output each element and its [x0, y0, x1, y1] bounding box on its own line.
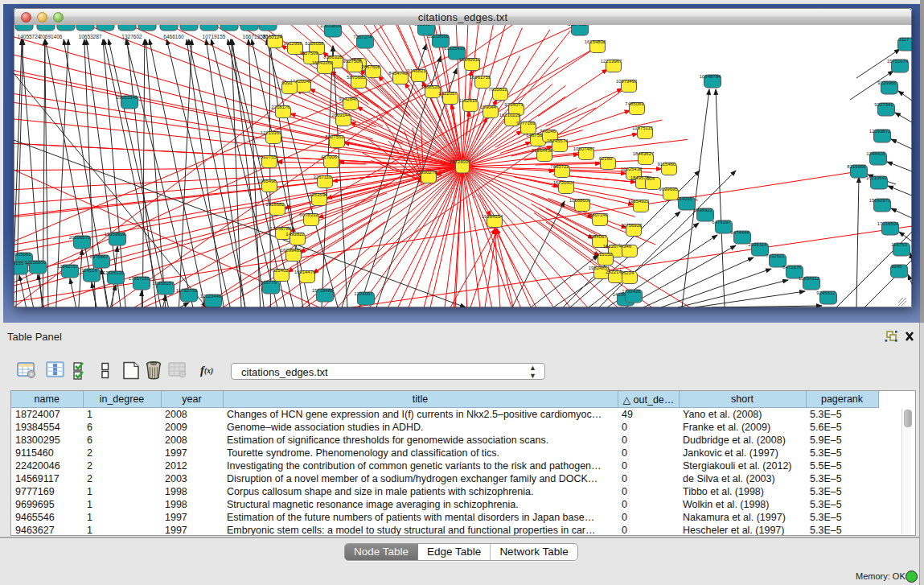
- svg-text:17016504: 17016504: [877, 221, 899, 226]
- svg-text:9146821: 9146821: [407, 68, 426, 73]
- svg-text:8938923: 8938923: [693, 208, 713, 212]
- svg-text:5226058: 5226058: [305, 41, 324, 46]
- svg-text:8160124: 8160124: [263, 35, 282, 39]
- svg-text:164095: 164095: [676, 196, 693, 201]
- svg-text:1588520: 1588520: [421, 84, 440, 89]
- svg-text:8678332: 8678332: [299, 212, 318, 217]
- svg-text:12156859: 12156859: [25, 260, 47, 265]
- svg-text:19384554: 19384554: [482, 214, 503, 219]
- svg-text:10688609: 10688609: [569, 198, 591, 203]
- svg-text:1327602: 1327602: [121, 34, 142, 39]
- svg-text:5915061: 5915061: [14, 252, 31, 257]
- svg-text:10973493: 10973493: [616, 79, 638, 84]
- svg-text:6479197: 6479197: [712, 220, 731, 225]
- svg-text:1965498: 1965498: [257, 179, 277, 183]
- svg-text:10507487: 10507487: [573, 146, 595, 151]
- svg-text:1733426: 1733426: [622, 289, 641, 294]
- svg-text:199044: 199044: [480, 105, 497, 109]
- svg-text:114519: 114519: [81, 268, 97, 273]
- svg-text:9227341: 9227341: [874, 102, 893, 107]
- svg-text:8186328: 8186328: [323, 55, 343, 60]
- svg-text:8813054: 8813054: [414, 25, 433, 27]
- svg-text:12359924: 12359924: [105, 232, 126, 237]
- svg-text:6466160: 6466160: [163, 34, 184, 39]
- svg-text:5875685: 5875685: [347, 75, 366, 80]
- svg-text:62160: 62160: [599, 156, 613, 161]
- svg-text:9245: 9245: [891, 264, 902, 269]
- svg-text:19654923: 19654923: [628, 199, 650, 204]
- svg-text:15718485: 15718485: [312, 288, 334, 293]
- svg-text:10653287: 10653287: [79, 34, 102, 39]
- svg-text:9245612: 9245612: [816, 290, 836, 295]
- svg-text:20206575: 20206575: [69, 235, 91, 240]
- svg-text:25224: 25224: [621, 270, 634, 275]
- svg-text:9391: 9391: [281, 80, 293, 85]
- svg-text:20691406: 20691406: [39, 34, 63, 39]
- svg-text:14055724: 14055724: [18, 34, 41, 39]
- svg-text:12353594: 12353594: [306, 192, 328, 197]
- svg-text:18640910: 18640910: [459, 57, 481, 62]
- svg-text:9975867: 9975867: [89, 254, 109, 259]
- svg-text:8454749: 8454749: [388, 71, 408, 76]
- svg-text:18807249: 18807249: [587, 212, 609, 217]
- svg-text:18724007: 18724007: [450, 159, 471, 164]
- svg-text:12505135: 12505135: [103, 270, 125, 275]
- svg-text:7485063: 7485063: [625, 101, 644, 106]
- svg-text:12093872: 12093872: [869, 129, 891, 134]
- svg-text:16154808: 16154808: [585, 39, 606, 44]
- svg-text:2803144: 2803144: [331, 113, 351, 117]
- svg-text:(x): (x): [204, 367, 213, 376]
- svg-text:10756928: 10756928: [621, 223, 643, 228]
- svg-text:9329966: 9329966: [877, 80, 897, 85]
- svg-text:16782759: 16782759: [176, 288, 198, 293]
- svg-text:12213363: 12213363: [261, 130, 282, 135]
- svg-text:904: 904: [647, 176, 655, 181]
- svg-text:3267110: 3267110: [314, 175, 333, 179]
- svg-text:16210225: 16210225: [499, 113, 521, 117]
- svg-text:2087662: 2087662: [568, 25, 587, 27]
- svg-text:2935114: 2935114: [749, 242, 768, 247]
- svg-text:8471676: 8471676: [782, 265, 802, 270]
- svg-text:9384067: 9384067: [588, 234, 607, 239]
- svg-text:17957255: 17957255: [129, 276, 150, 281]
- svg-text:7863722: 7863722: [550, 164, 569, 169]
- svg-text:9777169: 9777169: [516, 121, 536, 126]
- svg-text:18463627: 18463627: [633, 151, 655, 156]
- svg-text:8427552: 8427552: [325, 134, 344, 139]
- svg-text:1610755: 1610755: [257, 154, 277, 159]
- svg-text:116753: 116753: [891, 242, 907, 247]
- svg-text:19218506: 19218506: [428, 34, 450, 39]
- svg-text:16543362: 16543362: [312, 60, 334, 65]
- svg-text:746246: 746246: [540, 129, 556, 134]
- svg-text:9699695: 9699695: [659, 187, 678, 192]
- svg-text:7625402: 7625402: [269, 268, 289, 273]
- svg-text:1493822: 1493822: [285, 232, 305, 237]
- svg-text:15300273: 15300273: [416, 170, 437, 175]
- svg-text:29053346: 29053346: [117, 95, 138, 100]
- svg-text:16210643: 16210643: [866, 175, 888, 180]
- svg-text:17046788: 17046788: [270, 226, 292, 231]
- svg-text:1916682: 1916682: [265, 202, 285, 207]
- svg-text:417006: 417006: [321, 154, 338, 159]
- svg-text:21364436: 21364436: [532, 148, 553, 153]
- svg-text:10654112: 10654112: [799, 276, 820, 281]
- svg-text:9474444: 9474444: [730, 230, 749, 235]
- svg-text:7955812: 7955812: [488, 87, 507, 92]
- svg-text:1327509: 1327509: [299, 51, 318, 56]
- svg-text:1224067: 1224067: [354, 291, 373, 296]
- svg-text:1322057: 1322057: [438, 91, 458, 96]
- svg-text:13958157: 13958157: [153, 281, 175, 286]
- svg-text:2718176: 2718176: [271, 105, 290, 109]
- svg-text:2867608: 2867608: [361, 64, 380, 69]
- svg-text:3912958: 3912958: [283, 41, 302, 46]
- svg-text:9242848: 9242848: [339, 97, 358, 101]
- svg-text:39155: 39155: [14, 261, 24, 266]
- svg-text:9734073: 9734073: [504, 102, 524, 107]
- svg-text:12942757: 12942757: [57, 264, 79, 269]
- svg-text:12975115: 12975115: [632, 126, 654, 130]
- svg-text:12213967: 12213967: [601, 59, 622, 64]
- svg-text:16914479: 16914479: [294, 270, 316, 274]
- svg-text:12323446: 12323446: [200, 294, 222, 299]
- svg-text:10025438: 10025438: [621, 167, 643, 171]
- svg-text:16961755: 16961755: [470, 75, 491, 80]
